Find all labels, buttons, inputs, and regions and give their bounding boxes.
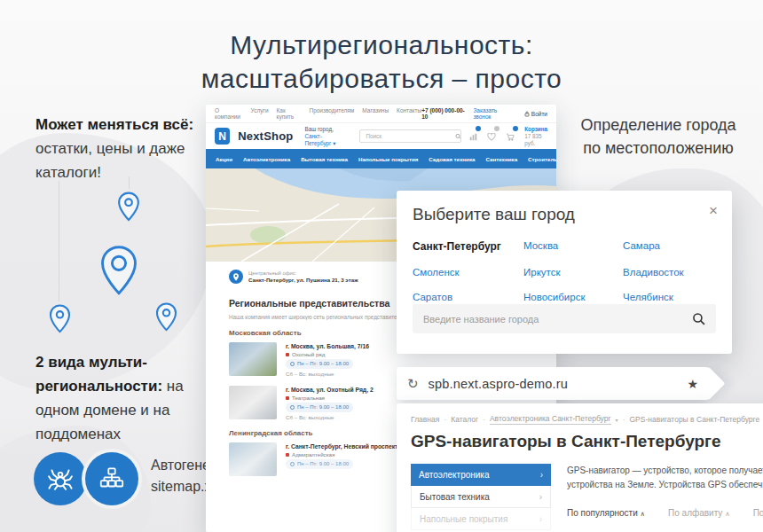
breadcrumb-item[interactable]: Главная [411, 415, 439, 424]
office-metro: Охотный ряд [286, 350, 369, 358]
shop-search-input[interactable]: Поиск [359, 129, 461, 143]
catalog-menu: Автоэлектроника › Бытовая техника › Напо… [411, 464, 551, 530]
shop-city-chooser[interactable]: Ваш город, Санкт-Петербург ▾ [304, 126, 348, 147]
nav-item[interactable]: Строительные материалы [523, 156, 556, 162]
robots-icon-circle [34, 452, 87, 505]
cart-label[interactable]: Корзина [524, 126, 547, 133]
city-link[interactable]: Самара [623, 240, 720, 253]
chevron-down-icon[interactable]: ▾ [616, 417, 618, 423]
sort-popularity[interactable]: По популярности ∧ [567, 508, 645, 518]
contact-office-label: Центральный офис: [248, 270, 358, 277]
city-link[interactable]: Иркутск [523, 267, 623, 278]
nav-item[interactable]: Садовая техника [424, 156, 479, 162]
favorites-icon[interactable] [487, 129, 496, 145]
office-hours-text: Пн – Пт: 9.00 – 18.00 [297, 403, 349, 411]
cart-icon[interactable] [506, 129, 515, 145]
sort-label: По популярности [567, 508, 638, 518]
menu-item-appliances[interactable]: Бытовая техника › [411, 486, 551, 508]
city-select-modal: Выберите ваш город × Санкт-Петербург Мос… [397, 191, 732, 354]
chevron-right-icon: › [540, 470, 543, 480]
topbar-link[interactable]: Контакты [397, 107, 421, 120]
clock-icon [290, 462, 295, 466]
office-hours: Пн – Пт: 9.00 – 18.00 [286, 459, 353, 469]
menu-item-label: Автоэлектроника [419, 470, 490, 480]
office-address: г. Москва, ул. Большая, 7/16 [286, 342, 369, 350]
city-link[interactable]: Новосибирск [523, 292, 623, 302]
sort-alphabet[interactable]: По алфавиту ∧ [668, 508, 730, 518]
chevron-right-icon: › [539, 514, 542, 524]
compare-icon[interactable] [469, 129, 477, 145]
nav-item[interactable]: Сантехника [481, 156, 522, 162]
sort-asc-icon: ∧ [641, 510, 646, 518]
cart-summary[interactable]: Корзина 17 835 руб. [524, 126, 547, 147]
sort-asc-icon: ∧ [725, 510, 730, 518]
topbar-link[interactable]: Услуги [251, 107, 269, 120]
pin-connector-line [59, 181, 59, 301]
menu-item-autoelectronics[interactable]: Автоэлектроника › [411, 464, 551, 486]
page-title-line1: Мультирегиональность: [0, 28, 763, 62]
breadcrumb-item[interactable]: Каталог [451, 415, 478, 424]
topbar-link[interactable]: Производителям [309, 107, 354, 120]
city-link[interactable]: Владивосток [623, 267, 720, 278]
topbar-link[interactable]: О компании [215, 107, 243, 120]
search-icon[interactable] [692, 312, 705, 325]
nav-item[interactable]: Автоэлектроника [239, 156, 295, 162]
nav-item[interactable]: Бытовая техника [296, 156, 352, 162]
compare-badge [476, 126, 481, 131]
city-link[interactable]: Саратов [413, 292, 523, 302]
callback-link[interactable]: Заказать звонок [473, 107, 514, 120]
reload-icon[interactable]: ↻ [407, 376, 419, 392]
office-metro: Театральная [286, 394, 374, 402]
city-link[interactable]: Москва [523, 240, 623, 253]
nav-item-sale[interactable]: Акции [211, 156, 237, 162]
page: Мультирегиональность: масштабироваться –… [0, 0, 763, 532]
office-metro-name: Адмиралтейская [292, 451, 334, 458]
feature-text-multiregion: 2 вида мульти-региональности: на одном д… [35, 350, 217, 446]
page-title: Мультирегиональность: масштабироваться –… [0, 28, 763, 96]
office-weekend: Сб – Вс: выходные [286, 370, 369, 378]
breadcrumb: Главная · Каталог · Автоэлектроника Санк… [411, 414, 763, 425]
office-weekend: Сб – Вс: выходные [286, 413, 374, 421]
bookmark-star-icon[interactable]: ★ [687, 377, 698, 391]
clock-icon [290, 362, 295, 366]
catalog-title: GPS-навигаторы в Санкт-Петербурге [411, 432, 763, 451]
office-photo [229, 442, 277, 476]
shop-city-value[interactable]: Санкт-Петербург ▾ [304, 133, 348, 147]
login-link[interactable]: Войти [524, 111, 547, 117]
close-icon[interactable]: × [709, 203, 718, 218]
metro-icon [286, 396, 289, 400]
breadcrumb-item[interactable]: Автоэлектроника Санкт-Петербург [490, 414, 611, 425]
topbar-link[interactable]: Как купить [277, 107, 302, 120]
shop-phone[interactable]: +7 (000) 000-00-10 [421, 107, 468, 120]
nav-item[interactable]: Напольные покрытия [354, 156, 422, 162]
city-link[interactable]: Смоленск [413, 267, 523, 278]
shop-logo-text[interactable]: NextShop [238, 129, 293, 143]
spider-icon [44, 463, 76, 495]
menu-item-flooring[interactable]: Напольные покрытия › [411, 508, 551, 530]
breadcrumb-separator: · [444, 415, 446, 424]
category-description-line1: GPS-навигатор — устройство, которое полу… [567, 464, 763, 478]
browser-address-bar[interactable]: ↻ spb.next.aspro-demo.ru ★ [397, 367, 709, 400]
city-search-input[interactable] [423, 314, 692, 325]
url-text[interactable]: spb.next.aspro-demo.ru [429, 377, 569, 391]
location-pin-icon [49, 304, 71, 333]
metro-icon [286, 353, 289, 356]
contact-office: Центральный офис: Санкт-Петербург, ул. П… [229, 270, 358, 284]
shop-logo-icon[interactable]: N [215, 128, 230, 145]
office-metro: Адмиралтейская [286, 450, 407, 458]
topbar-link[interactable]: Магазины [362, 107, 389, 120]
feature-text-mutable-bold: Может меняться всё: [35, 116, 193, 133]
geolocation-caption-line2: по местоположению [557, 137, 759, 160]
catalog-page-card: Главная · Каталог · Автоэлектроника Санк… [397, 403, 763, 532]
page-title-line2: масштабироваться – просто [0, 62, 763, 96]
office-hours: Пн – Пт: 9.00 – 18.00 [286, 359, 353, 369]
clock-icon [290, 405, 295, 410]
sort-label: По цене [753, 508, 763, 518]
sort-price[interactable]: По цене ∧ [753, 508, 763, 518]
city-link[interactable]: Челябинск [623, 292, 720, 302]
city-link-selected[interactable]: Санкт-Петербург [413, 240, 523, 253]
lock-icon [524, 111, 530, 117]
breadcrumb-separator: · [623, 415, 625, 424]
city-search-box [413, 304, 716, 333]
breadcrumb-item[interactable]: GPS-навигаторы в Санкт-Петербурге [629, 415, 759, 424]
